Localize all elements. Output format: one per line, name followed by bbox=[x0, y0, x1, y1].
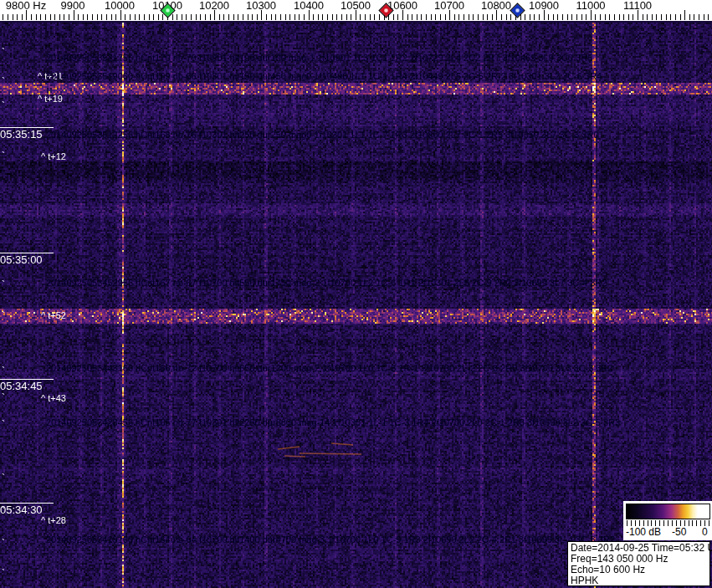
marker-blue-diamond-icon[interactable] bbox=[510, 3, 525, 18]
scale-tick bbox=[704, 520, 705, 526]
ruler-tick bbox=[31, 14, 32, 20]
ruler-tick bbox=[501, 14, 502, 20]
frequency-label: 9800 Hz bbox=[6, 0, 46, 11]
ruler-tick bbox=[97, 14, 98, 20]
ruler-tick bbox=[223, 14, 224, 20]
ruler-tick bbox=[200, 14, 201, 20]
ruler-tick bbox=[605, 14, 606, 20]
ruler-tick bbox=[280, 14, 281, 20]
ruler-tick bbox=[510, 14, 511, 20]
ruler-tick bbox=[360, 14, 361, 20]
scale-tick bbox=[655, 520, 656, 526]
scale-tick bbox=[635, 520, 636, 526]
ruler-tick bbox=[289, 14, 290, 20]
frequency-label: 10000 bbox=[105, 0, 135, 11]
record-annotation: 20140925053452956 hCnt167 nb-67 f10700 h… bbox=[46, 278, 607, 288]
ruler-tick bbox=[45, 14, 46, 20]
ruler-tick bbox=[336, 14, 337, 20]
ruler-tick bbox=[553, 14, 554, 20]
event-tick-mark: ` bbox=[2, 422, 5, 427]
ruler-tick bbox=[407, 14, 408, 20]
ruler-tick bbox=[228, 14, 229, 20]
time-offset-marker: ^ t+28 bbox=[41, 515, 66, 525]
ruler-tick bbox=[370, 14, 371, 20]
ruler-tick bbox=[417, 14, 417, 20]
frequency-ruler[interactable]: 9800 Hz990010000101001020010300104001050… bbox=[0, 0, 712, 23]
ruler-tick bbox=[275, 14, 276, 20]
record-annotation: 20140925053512256 hCnt168 nb-76 f10301 h… bbox=[46, 130, 599, 140]
ruler-tick bbox=[59, 14, 60, 20]
ruler-tick bbox=[506, 14, 507, 20]
frequency-label: 10300 bbox=[246, 0, 276, 11]
scale-tick bbox=[663, 520, 664, 526]
time-offset-marker: ^ t+19 bbox=[38, 94, 63, 104]
scale-tick bbox=[692, 520, 693, 526]
ruler-tick bbox=[365, 14, 366, 20]
scale-label-mid: -50 bbox=[672, 527, 686, 538]
ruler-tick bbox=[322, 14, 323, 20]
ruler-tick bbox=[210, 14, 211, 20]
db-color-scale: -100 dB -50 0 bbox=[623, 501, 712, 540]
ruler-tick bbox=[684, 10, 685, 20]
ruler-tick bbox=[680, 14, 681, 20]
spectrogram-window: 9800 Hz990010000101001020010300104001050… bbox=[0, 0, 712, 588]
spectrogram-waterfall[interactable] bbox=[0, 23, 712, 588]
time-offset-marker: ^ t+43 bbox=[41, 393, 66, 403]
ruler-tick bbox=[379, 14, 380, 20]
time-label: 05:34:30 bbox=[0, 503, 54, 515]
ruler-tick bbox=[464, 14, 464, 20]
ruler-tick bbox=[54, 14, 55, 20]
ruler-tick bbox=[469, 14, 469, 20]
ruler-tick bbox=[162, 14, 163, 20]
ruler-tick bbox=[445, 14, 446, 20]
ruler-tick bbox=[473, 14, 474, 20]
ruler-tick bbox=[643, 14, 643, 20]
info-callsign: HPHK bbox=[571, 575, 709, 586]
ruler-tick bbox=[83, 14, 84, 20]
ruler-tick bbox=[17, 14, 18, 20]
ruler-tick bbox=[196, 14, 197, 20]
ruler-tick bbox=[130, 14, 131, 20]
ruler-tick bbox=[332, 14, 333, 20]
ruler-tick bbox=[13, 14, 13, 20]
ruler-tick bbox=[562, 14, 563, 20]
ruler-tick bbox=[440, 14, 441, 20]
scale-tick bbox=[648, 520, 648, 526]
ruler-tick bbox=[233, 14, 234, 20]
scale-tick bbox=[696, 520, 697, 526]
ruler-tick bbox=[177, 14, 177, 20]
ruler-tick bbox=[69, 14, 69, 20]
ruler-tick bbox=[40, 14, 41, 20]
event-tick-mark: ` bbox=[2, 283, 5, 288]
event-tick-mark: ` bbox=[2, 154, 5, 159]
ruler-tick bbox=[153, 14, 154, 20]
ruler-tick bbox=[186, 14, 187, 20]
ruler-tick bbox=[548, 14, 549, 20]
status-info-box: Date=2014-09-25 Time=05:32 UTC Freq=143 … bbox=[567, 541, 710, 586]
scale-tick bbox=[659, 520, 660, 526]
ruler-tick bbox=[22, 14, 23, 20]
time-label: 05:35:00 bbox=[0, 253, 54, 265]
ruler-tick bbox=[266, 14, 267, 20]
ruler-tick bbox=[623, 14, 624, 20]
frequency-label: 10900 bbox=[529, 0, 559, 11]
ruler-tick bbox=[36, 14, 37, 20]
ruler-tick bbox=[271, 14, 272, 20]
event-tick-mark: ` bbox=[2, 571, 5, 576]
ruler-tick bbox=[304, 14, 305, 20]
ruler-tick bbox=[412, 14, 412, 20]
ruler-tick bbox=[609, 14, 610, 20]
ruler-tick bbox=[534, 14, 535, 20]
scale-tick bbox=[627, 520, 627, 526]
ruler-tick bbox=[708, 14, 709, 20]
ruler-tick bbox=[318, 14, 319, 20]
ruler-tick bbox=[243, 14, 243, 20]
ruler-tick bbox=[92, 14, 93, 20]
ruler-tick bbox=[487, 14, 488, 20]
scale-tick bbox=[680, 520, 681, 526]
scale-label-max: 0 bbox=[702, 527, 708, 538]
ruler-tick bbox=[313, 14, 314, 20]
ruler-tick bbox=[530, 14, 530, 20]
ruler-tick bbox=[3, 14, 3, 20]
ruler-tick bbox=[595, 14, 596, 20]
